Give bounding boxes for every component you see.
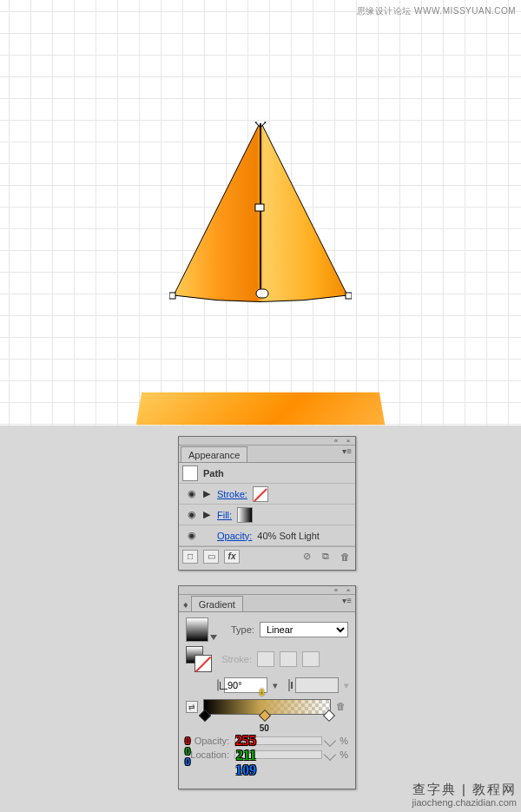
target-name: Path xyxy=(203,468,224,479)
appearance-footer: □ ▭ fx ⊘ ⧉ 🗑 xyxy=(179,546,355,565)
aspect-input[interactable] xyxy=(295,677,339,693)
gradient-panel: « × ♦ Gradient ▾≡ Type: Linear Str xyxy=(178,585,356,789)
watermark: 查字典 | 教程网 jiaocheng.chazidian.com xyxy=(412,782,517,809)
stroke-label[interactable]: Stroke: xyxy=(217,489,247,499)
svg-rect-0 xyxy=(169,293,175,299)
gradient-preview-shape xyxy=(136,393,386,426)
panels-area: « × Appearance ▾≡ Path ◉ ▶ Stroke: ◉ ▶ F… xyxy=(0,426,521,812)
opacity-row[interactable]: ◉ Opacity: 40% Soft Light xyxy=(179,525,355,546)
location-label: Location: xyxy=(186,749,229,760)
delete-stop-icon[interactable]: 🗑 xyxy=(336,701,348,713)
add-effect-button[interactable]: fx xyxy=(224,550,240,564)
gradient-type-select[interactable]: Linear xyxy=(260,622,348,637)
expand-icon[interactable]: ▶ xyxy=(203,488,212,499)
gradient-toggle-icon[interactable]: ♦ xyxy=(183,599,188,610)
stroke-proxy[interactable] xyxy=(195,655,212,672)
appearance-target-row[interactable]: Path xyxy=(179,463,355,484)
expand-icon[interactable]: ▶ xyxy=(203,509,212,520)
gradient-tabs: ♦ Gradient xyxy=(179,595,355,612)
appearance-tabs: Appearance xyxy=(179,446,355,463)
visibility-toggle-icon[interactable]: ◉ xyxy=(186,530,198,542)
gradient-swatch-menu-icon[interactable] xyxy=(210,635,217,640)
fill-label[interactable]: Fill: xyxy=(217,510,232,520)
stop-location-label: 50 xyxy=(260,723,269,733)
percent-sign: % xyxy=(340,736,348,746)
new-stroke-button[interactable]: ▭ xyxy=(203,550,219,564)
panel-topbar: « × xyxy=(179,437,355,446)
aspect-menu-icon[interactable]: ▾ xyxy=(344,680,349,691)
gradient-swatch[interactable] xyxy=(186,617,208,642)
panel-menu-icon[interactable]: ▾≡ xyxy=(342,596,352,605)
rgb-mid-b: 109 xyxy=(235,762,256,778)
stroke-row[interactable]: ◉ ▶ Stroke: xyxy=(179,484,355,505)
opacity-menu-icon[interactable] xyxy=(324,735,336,747)
rgb-mid-g: 211 xyxy=(236,748,256,763)
opacity-label: Opacity: xyxy=(186,736,229,746)
source-credit: 思缘设计论坛 WWW.MISSYUAN.COM xyxy=(357,5,516,17)
opacity-label[interactable]: Opacity: xyxy=(217,531,252,541)
fill-row[interactable]: ◉ ▶ Fill: xyxy=(179,505,355,525)
fill-swatch-gradient[interactable] xyxy=(237,507,253,523)
appearance-panel: « × Appearance ▾≡ Path ◉ ▶ Stroke: ◉ ▶ F… xyxy=(178,436,356,571)
panel-collapse-icon[interactable]: « xyxy=(332,438,340,445)
tab-appearance[interactable]: Appearance xyxy=(181,446,247,462)
new-fill-button[interactable]: □ xyxy=(182,550,198,564)
opacity-value: 40% Soft Light xyxy=(257,531,320,541)
artboard-canvas[interactable]: 思缘设计论坛 WWW.MISSYUAN.COM xyxy=(0,0,521,426)
panel-close-icon[interactable]: × xyxy=(344,438,353,445)
stroke-across-button[interactable] xyxy=(302,651,320,667)
stroke-within-button[interactable] xyxy=(257,651,274,667)
panel-close-icon[interactable]: × xyxy=(344,587,353,594)
rgb-mid-r: 255 xyxy=(235,733,256,749)
svg-rect-5 xyxy=(256,289,268,298)
type-label: Type: xyxy=(222,624,254,635)
target-thumbnail xyxy=(182,465,198,481)
gradient-strip[interactable]: 0 50 xyxy=(203,699,331,715)
percent-sign: % xyxy=(340,749,348,760)
visibility-toggle-icon[interactable]: ◉ xyxy=(186,509,198,521)
svg-rect-1 xyxy=(346,293,352,299)
tab-gradient[interactable]: Gradient xyxy=(191,596,243,611)
svg-rect-4 xyxy=(255,204,264,211)
panel-menu-icon[interactable]: ▾≡ xyxy=(342,446,352,456)
clear-appearance-icon[interactable]: ⊘ xyxy=(300,550,313,564)
fill-stroke-toggle[interactable] xyxy=(186,646,212,672)
angle-icon xyxy=(217,679,219,691)
panel-collapse-icon[interactable]: « xyxy=(332,587,340,594)
stop-opacity-label: 0 xyxy=(260,688,265,697)
aspect-icon xyxy=(288,679,290,691)
location-menu-icon[interactable] xyxy=(324,749,336,761)
stroke-along-button[interactable] xyxy=(280,651,297,667)
stroke-swatch-none[interactable] xyxy=(253,486,268,502)
reverse-gradient-icon[interactable]: ⇄ xyxy=(186,701,198,713)
angle-menu-icon[interactable]: ▾ xyxy=(273,680,278,691)
trash-icon[interactable]: 🗑 xyxy=(338,550,352,564)
stroke-label: Stroke: xyxy=(217,654,252,664)
panel-topbar: « × xyxy=(179,586,355,595)
rgb-left-annotation: 0 0 0 xyxy=(185,736,190,767)
duplicate-icon[interactable]: ⧉ xyxy=(319,550,333,564)
visibility-toggle-icon[interactable]: ◉ xyxy=(186,488,198,500)
